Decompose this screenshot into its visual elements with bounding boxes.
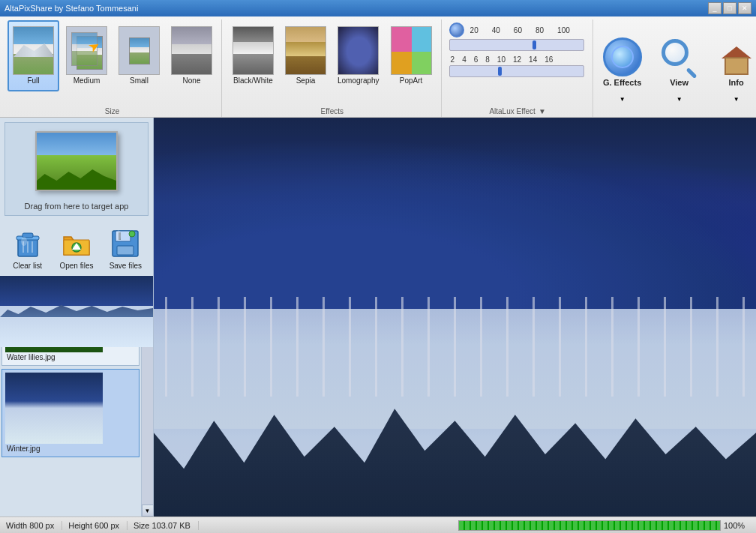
size-medium-label: Medium (74, 76, 100, 85)
effect-bw-thumb (232, 26, 274, 75)
altalux-controls: 20 40 60 80 100 (449, 22, 586, 37)
open-files-label: Open files (59, 262, 93, 270)
slider1-handle[interactable] (532, 40, 536, 49)
altalux-label: AltaLux Effect ▼ (443, 107, 592, 115)
clear-list-icon (10, 226, 44, 260)
file-list[interactable]: Water lilies.jpg Winter.jpg (0, 276, 141, 517)
altalux-slider1[interactable] (449, 39, 584, 51)
view-label: View (670, 78, 688, 87)
size-full-label: Full (27, 76, 39, 85)
altalux-section: 20 40 60 80 100 2 4 6 8 10 12 14 16 Alta… (443, 19, 593, 117)
effect-bw-label: Black/White (233, 76, 273, 85)
altalux-slider2[interactable] (449, 65, 584, 77)
info-house-icon (717, 37, 756, 76)
effects-group-label: Effects (224, 107, 441, 115)
drag-image[interactable] (28, 127, 125, 199)
effect-lomography-button[interactable]: Lomography (333, 20, 384, 91)
status-height: Height 600 px (68, 521, 128, 530)
drag-img-trees (37, 167, 116, 190)
preview-area (154, 118, 756, 517)
view-magnifier-icon (660, 37, 699, 76)
close-button[interactable]: ✕ (738, 2, 752, 14)
size-none-thumb (171, 26, 212, 75)
size-small-label: Small (130, 76, 148, 85)
progress-bar-area: 100% (458, 520, 750, 531)
window-controls[interactable]: _ □ ✕ (708, 2, 752, 14)
winter-mini-thumb (5, 373, 103, 444)
svg-point-14 (129, 231, 135, 237)
status-size: Size 103.07 KB (134, 521, 199, 530)
slider1-marks: 20 40 60 80 100 (467, 26, 570, 34)
main-area: Drag from here to target app (0, 118, 756, 517)
minimize-button[interactable]: _ (708, 2, 722, 14)
drag-img-background (35, 131, 118, 191)
save-files-icon (109, 226, 142, 260)
save-files-label: Save files (110, 262, 142, 270)
g-effects-button[interactable]: G. Effects ▼ (595, 19, 650, 117)
winter-preview-image (154, 118, 756, 517)
drag-area[interactable]: Drag from here to target app (4, 122, 148, 216)
magnifier-handle (686, 67, 697, 79)
effect-lomo-label: Lomography (338, 76, 380, 85)
size-group-label: Size (3, 107, 221, 115)
left-panel: Drag from here to target app (0, 118, 154, 517)
size-medium-thumb: ➤ (66, 26, 107, 75)
view-arrow: ▼ (676, 96, 682, 103)
g-effects-inner (611, 46, 634, 68)
file-item-winter[interactable]: Winter.jpg (2, 369, 140, 457)
status-bar: Width 800 px Height 600 px Size 103.07 K… (0, 517, 756, 533)
effect-blackwhite-button[interactable]: Black/White (228, 20, 278, 91)
drag-label: Drag from here to target app (25, 202, 129, 211)
maximize-button[interactable]: □ (723, 2, 736, 14)
effect-sepia-thumb (285, 26, 326, 75)
size-full-button[interactable]: Full (8, 20, 59, 91)
g-effects-icon (603, 37, 642, 76)
status-width: Width 800 px (6, 521, 62, 530)
slider2-marks: 2 4 6 8 10 12 14 16 (449, 55, 586, 64)
drag-img-sky (37, 133, 116, 155)
app-title: AltaPixShare by Stefano Tommesani (4, 4, 138, 13)
info-button[interactable]: Info ▼ (709, 19, 756, 117)
info-label: Info (729, 78, 744, 87)
title-bar: AltaPixShare by Stefano Tommesani _ □ ✕ (0, 0, 756, 16)
clear-list-button[interactable]: Clear list (4, 223, 50, 273)
svg-point-13 (116, 230, 121, 241)
scroll-down-arrow[interactable]: ▼ (142, 505, 154, 517)
size-none-label: None (183, 76, 201, 85)
size-items: Full ➤ Medium Small (8, 19, 217, 103)
effect-popart-thumb (391, 26, 432, 75)
size-small-button[interactable]: Small (114, 20, 164, 91)
progress-fill (459, 521, 720, 530)
action-buttons: Clear list Open files (0, 220, 153, 276)
file-list-container: Water lilies.jpg Winter.jpg ▲ ▼ (0, 276, 153, 517)
effect-popart-label: PopArt (400, 76, 423, 85)
effect-sepia-button[interactable]: Sepia (280, 20, 331, 91)
effect-lomo-thumb (338, 26, 379, 75)
slider2-handle[interactable] (498, 67, 502, 76)
size-small-thumb (118, 26, 160, 75)
size-none-button[interactable]: None (166, 20, 217, 91)
water-lily-filename: Water lilies.jpg (5, 352, 136, 362)
clear-list-label: Clear list (13, 262, 42, 270)
effects-group: Black/White Sepia Lomography (224, 19, 442, 117)
svg-rect-11 (117, 246, 134, 255)
info-arrow: ▼ (734, 96, 740, 103)
effect-sepia-label: Sepia (296, 76, 316, 85)
house-body (724, 57, 748, 75)
effect-popart-button[interactable]: PopArt (386, 20, 436, 91)
effects-items: Black/White Sepia Lomography (228, 19, 436, 103)
winter-filename: Winter.jpg (5, 444, 136, 454)
save-files-button[interactable]: Save files (103, 223, 148, 273)
view-button[interactable]: View ▼ (652, 19, 707, 117)
size-group: Full ➤ Medium Small (3, 19, 222, 117)
magnifier-glass (662, 39, 688, 66)
progress-bar (458, 520, 721, 531)
g-effects-label: G. Effects (603, 78, 641, 87)
size-medium-button[interactable]: ➤ Medium (62, 20, 112, 91)
open-files-icon (59, 226, 93, 260)
size-full-thumb (13, 26, 54, 75)
open-files-button[interactable]: Open files (53, 223, 99, 273)
svg-point-3 (21, 237, 27, 246)
altalux-dropdown-icon[interactable]: ▼ (538, 107, 546, 115)
g-effects-arrow: ▼ (620, 96, 626, 103)
